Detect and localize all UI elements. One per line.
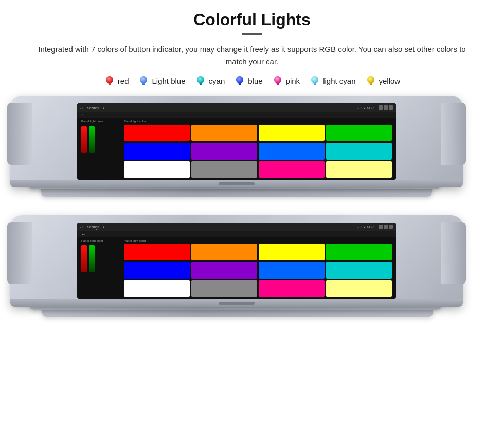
svg-point-1 [106, 76, 113, 83]
color-label-cyan: cyan [209, 77, 225, 85]
color-label-lightblue: Light blue [152, 77, 185, 85]
svg-rect-19 [277, 84, 279, 85]
color-item-blue: blue [234, 75, 262, 86]
color-list: red Light blue [104, 75, 400, 86]
color-label-pink: pink [286, 77, 300, 85]
page: Colorful Lights Integrated with 7 colors… [0, 0, 504, 441]
device-front: ⌂ Settings ✦ ✦ ↑ ▲ 14:40 ← [10, 96, 463, 187]
svg-rect-7 [142, 84, 145, 85]
color-item-yellow: yellow [365, 75, 401, 86]
svg-rect-27 [370, 84, 372, 85]
svg-rect-22 [314, 83, 316, 84]
panel-light-label: Panel light color [81, 120, 120, 123]
screen-title: Settings [87, 106, 99, 110]
title-divider [242, 33, 262, 35]
page-title: Colorful Lights [193, 10, 311, 29]
color-item-lightblue: Light blue [138, 75, 185, 86]
bulb-icon-pink [272, 75, 283, 86]
color-label-red: red [118, 77, 129, 85]
top-device-row: Panel light c... [10, 96, 494, 209]
color-label-yellow: yellow [379, 77, 401, 85]
svg-rect-11 [200, 84, 202, 85]
bulb-icon-cyan [195, 75, 206, 86]
svg-point-9 [197, 76, 204, 83]
svg-rect-18 [276, 83, 279, 84]
color-item-pink: pink [272, 75, 300, 86]
svg-rect-15 [239, 84, 241, 85]
color-label-lightcyan: light cyan [323, 77, 355, 85]
description-text: Integrated with 7 colors of button indic… [31, 43, 473, 68]
color-label-blue: blue [248, 77, 262, 85]
color-item-cyan: cyan [195, 75, 225, 86]
color-item-red: red [104, 75, 129, 86]
bottom-device-row: Panel light c... [10, 215, 494, 333]
svg-point-21 [311, 76, 318, 83]
svg-rect-23 [314, 84, 316, 85]
svg-rect-10 [199, 83, 202, 84]
bulb-icon-yellow [365, 75, 376, 86]
svg-rect-14 [239, 83, 241, 84]
svg-point-13 [236, 76, 243, 83]
svg-rect-3 [109, 84, 111, 85]
svg-point-17 [274, 76, 281, 83]
bulb-icon-lightblue [138, 75, 149, 86]
svg-point-25 [367, 76, 374, 83]
devices-section: Panel light c... [21, 96, 483, 333]
bulb-icon-blue [234, 75, 245, 86]
svg-rect-2 [108, 83, 111, 84]
device-bot-front: ⌂ Settings ✦ ✦ ↑ ▲ 14:40 ← [10, 215, 463, 307]
bulb-icon-lightcyan [309, 75, 320, 86]
svg-rect-6 [142, 83, 145, 84]
svg-rect-26 [369, 83, 372, 84]
bulb-icon-red [104, 75, 115, 86]
color-item-lightcyan: light cyan [309, 75, 355, 86]
svg-point-5 [140, 76, 147, 83]
